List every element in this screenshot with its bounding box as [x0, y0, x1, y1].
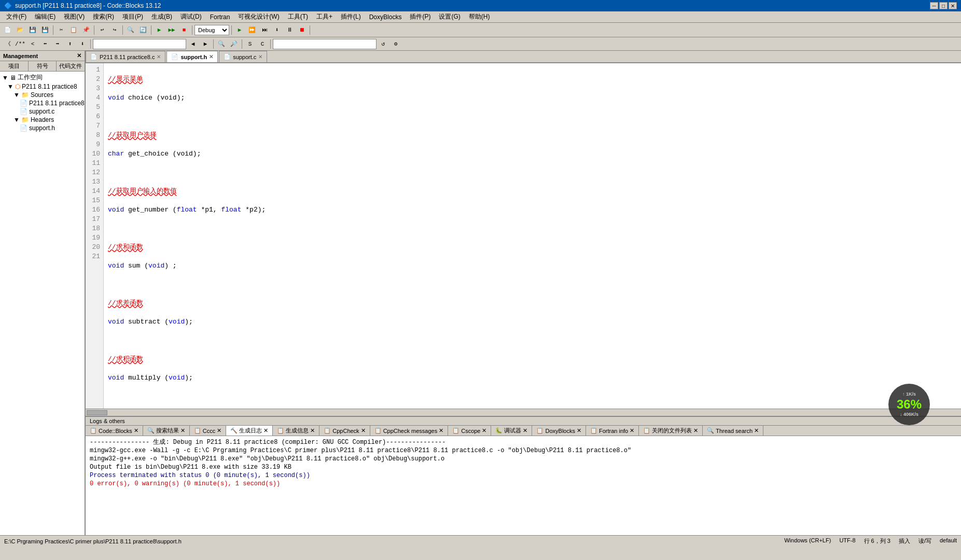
tb2-search-next[interactable]: ▶	[200, 38, 211, 50]
tb2-field2[interactable]	[273, 39, 377, 49]
code-content[interactable]: //显示菜单 void choice (void); //获取用户选择 char…	[104, 63, 961, 409]
tab-supporth-close[interactable]: ✕	[209, 54, 213, 60]
tb2-extra2[interactable]: C	[257, 38, 268, 50]
tab-supportc-close[interactable]: ✕	[258, 54, 262, 60]
logs-tab-closedfiles-close[interactable]: ✕	[693, 427, 698, 434]
logs-tab-cccc-close[interactable]: ✕	[217, 427, 221, 434]
build-button[interactable]: ▶	[154, 24, 165, 36]
logs-tab-cccc[interactable]: 📋 Cccc ✕	[190, 426, 226, 436]
tree-file-supporth[interactable]: 📄 support.h	[1, 124, 83, 132]
tree-workspace[interactable]: ▼ 🖥 工作空间	[1, 73, 83, 82]
menu-visualdesign[interactable]: 可视化设计(W)	[234, 11, 283, 22]
logs-tab-buildinfo[interactable]: 📋 生成信息 ✕	[273, 426, 319, 436]
undo-button[interactable]: ↩	[96, 24, 108, 36]
logs-tab-debugger[interactable]: 🐛 调试器 ✕	[491, 426, 532, 436]
tree-sources-folder[interactable]: ▼ 📁 Sources	[1, 91, 83, 99]
tb2-btn5[interactable]: ➡	[52, 38, 63, 50]
save-button[interactable]: 💾	[27, 24, 38, 36]
tb2-zoom-in[interactable]: 🔍	[216, 38, 227, 50]
menu-view[interactable]: 视图(V)	[60, 11, 89, 22]
title-bar-controls[interactable]: ─ □ ✕	[930, 2, 957, 9]
logs-tab-cppcheck[interactable]: 📋 CppCheck ✕	[319, 426, 370, 436]
find-button[interactable]: 🔍	[125, 24, 136, 36]
minimize-button[interactable]: ─	[930, 2, 938, 9]
tb2-btn6[interactable]: ⬆	[64, 38, 76, 50]
horizontal-scrollbar[interactable]	[86, 409, 961, 416]
logs-tab-buildinfo-close[interactable]: ✕	[310, 427, 315, 434]
tree-file-p211[interactable]: 📄 P211 8.11 practice8	[1, 99, 83, 107]
debug-break[interactable]: ⏸	[284, 24, 295, 36]
management-close[interactable]: ✕	[77, 52, 81, 59]
tb2-search-prev[interactable]: ◀	[187, 38, 199, 50]
menu-doxyblocks[interactable]: DoxyBlocks	[365, 12, 406, 22]
logs-tab-cppcheck-msg-close[interactable]: ✕	[439, 427, 443, 434]
tb2-extra1[interactable]: S	[244, 38, 256, 50]
redo-button[interactable]: ↪	[109, 24, 120, 36]
logs-tab-doxyblocks-close[interactable]: ✕	[577, 427, 581, 434]
tree-file-supportc[interactable]: 📄 support.c	[1, 107, 83, 116]
maximize-button[interactable]: □	[939, 2, 948, 9]
logs-tab-search[interactable]: 🔍 搜索结果 ✕	[143, 426, 190, 436]
run-button[interactable]: ▶▶	[166, 24, 177, 36]
tb2-btn4[interactable]: ⬅	[39, 38, 51, 50]
replace-button[interactable]: 🔄	[137, 24, 149, 36]
menu-pluginsp[interactable]: 插件(P)	[406, 11, 435, 22]
menu-file[interactable]: 文件(F)	[2, 11, 31, 22]
menu-search[interactable]: 搜索(R)	[89, 11, 118, 22]
logs-tab-threadsearch-close[interactable]: ✕	[754, 427, 759, 434]
tb2-refresh[interactable]: ↺	[378, 38, 389, 50]
logs-tab-buildlog-close[interactable]: ✕	[263, 427, 268, 434]
menu-project[interactable]: 项目(P)	[118, 11, 147, 22]
tab-supportc[interactable]: 📄 support.c ✕	[219, 51, 267, 62]
tab-codefiles[interactable]: 代码文件	[57, 61, 85, 71]
copy-button[interactable]: 📋	[68, 24, 79, 36]
stop-button[interactable]: ■	[178, 24, 190, 36]
tab-symbols[interactable]: 符号	[29, 61, 57, 71]
paste-button[interactable]: 📌	[80, 24, 92, 36]
logs-tab-closedfiles[interactable]: 📋 关闭的文件列表 ✕	[639, 426, 703, 436]
debug-next[interactable]: ⏭	[259, 24, 270, 36]
tb2-settings[interactable]: ⚙	[390, 38, 401, 50]
tab-supporth[interactable]: 📄 support.h ✕	[166, 51, 218, 62]
build-config-dropdown[interactable]: Debug Release	[194, 25, 229, 35]
logs-tab-codeblocks-close[interactable]: ✕	[134, 427, 138, 434]
cut-button[interactable]: ✂	[55, 24, 67, 36]
menu-help[interactable]: 帮助(H)	[465, 11, 494, 22]
code-search-input[interactable]	[93, 39, 186, 49]
tab-p211-close[interactable]: ✕	[157, 54, 161, 60]
logs-tab-fortran[interactable]: 📋 Fortran info ✕	[586, 426, 639, 436]
logs-tab-buildlog[interactable]: 🔨 生成日志 ✕	[226, 426, 273, 436]
logs-tab-search-close[interactable]: ✕	[180, 427, 185, 434]
debug-stop[interactable]: ⏹	[296, 24, 308, 36]
tb2-btn7[interactable]: ⬇	[77, 38, 88, 50]
debug-button[interactable]: ▶	[234, 24, 245, 36]
menu-edit[interactable]: 编辑(E)	[31, 11, 60, 22]
menu-debug[interactable]: 调试(D)	[176, 11, 206, 22]
tb2-btn2[interactable]: /**	[15, 38, 26, 50]
logs-tab-threadsearch[interactable]: 🔍 Thread search ✕	[703, 426, 763, 436]
logs-tab-cscope[interactable]: 📋 Cscope ✕	[448, 426, 491, 436]
open-button[interactable]: 📂	[15, 24, 26, 36]
menu-plugins[interactable]: 插件(L)	[337, 11, 365, 22]
logs-tab-cppcheck-msg[interactable]: 📋 CppCheck messages ✕	[370, 426, 449, 436]
save-all-button[interactable]: 💾	[39, 24, 51, 36]
tree-project[interactable]: ▼ ⬡ P211 8.11 practice8	[1, 82, 83, 91]
tree-headers-folder[interactable]: ▼ 📁 Headers	[1, 116, 83, 124]
menu-settings[interactable]: 设置(G)	[435, 11, 464, 22]
menu-tools[interactable]: 工具(T)	[284, 11, 312, 22]
scrollbar-thumb[interactable]	[87, 410, 107, 415]
debug-continue[interactable]: ⏩	[246, 24, 258, 36]
menu-build[interactable]: 生成(B)	[147, 11, 176, 22]
logs-tab-cscope-close[interactable]: ✕	[482, 427, 486, 434]
logs-tab-debugger-close[interactable]: ✕	[523, 427, 527, 434]
new-button[interactable]: 📄	[2, 24, 13, 36]
logs-content[interactable]: ---------------- 生成: Debug in P211 8.11 …	[86, 436, 961, 535]
logs-tab-doxyblocks[interactable]: 📋 DoxyBlocks ✕	[532, 426, 586, 436]
tab-p211[interactable]: 📄 P211 8.11 practice8.c ✕	[86, 51, 165, 62]
menu-toolsplus[interactable]: 工具+	[312, 11, 337, 22]
close-button[interactable]: ✕	[949, 2, 957, 9]
menu-fortran[interactable]: Fortran	[206, 12, 234, 22]
logs-tab-codeblocks[interactable]: 📋 Code::Blocks ✕	[86, 426, 143, 436]
tb2-btn3[interactable]: <	[27, 38, 38, 50]
tb2-zoom-out[interactable]: 🔎	[228, 38, 240, 50]
